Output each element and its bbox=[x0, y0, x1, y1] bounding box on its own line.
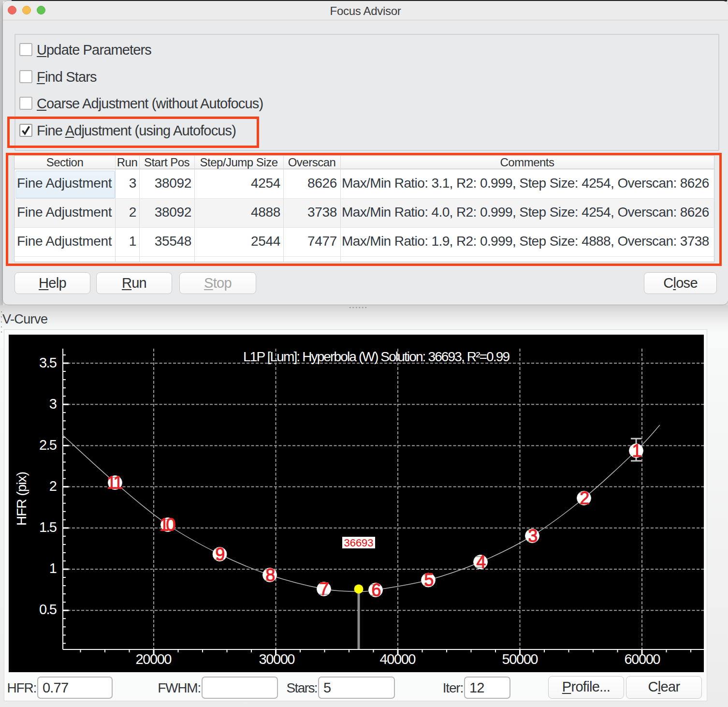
svg-text:L1P [Lum]: Hyperbola (W) Solut: L1P [Lum]: Hyperbola (W) Solution: 36693… bbox=[243, 349, 510, 364]
svg-text:5: 5 bbox=[424, 570, 434, 589]
svg-text:7: 7 bbox=[319, 579, 329, 599]
svg-text:20000: 20000 bbox=[136, 651, 172, 667]
svg-text:1: 1 bbox=[632, 441, 641, 460]
svg-text:3.5: 3.5 bbox=[39, 355, 57, 370]
svg-text:1: 1 bbox=[49, 560, 57, 576]
svg-text:3: 3 bbox=[528, 526, 538, 545]
svg-text:10: 10 bbox=[159, 515, 175, 534]
svg-text:2: 2 bbox=[49, 478, 57, 494]
svg-text:36693: 36693 bbox=[344, 537, 373, 549]
svg-text:4: 4 bbox=[476, 552, 486, 572]
svg-text:60000: 60000 bbox=[625, 651, 661, 667]
svg-text:2: 2 bbox=[580, 488, 589, 508]
svg-text:2.5: 2.5 bbox=[39, 437, 57, 453]
svg-text:50000: 50000 bbox=[502, 651, 539, 667]
svg-text:40000: 40000 bbox=[380, 651, 416, 667]
svg-text:1.5: 1.5 bbox=[39, 519, 57, 535]
svg-text:6: 6 bbox=[371, 580, 381, 600]
svg-text:9: 9 bbox=[215, 544, 225, 564]
svg-text:8: 8 bbox=[265, 565, 275, 585]
svg-text:3: 3 bbox=[49, 396, 57, 412]
svg-text:11: 11 bbox=[106, 472, 123, 492]
svg-text:30000: 30000 bbox=[259, 651, 295, 667]
svg-text:HFR (pix): HFR (pix) bbox=[14, 471, 29, 526]
svg-text:0.5: 0.5 bbox=[39, 602, 57, 617]
